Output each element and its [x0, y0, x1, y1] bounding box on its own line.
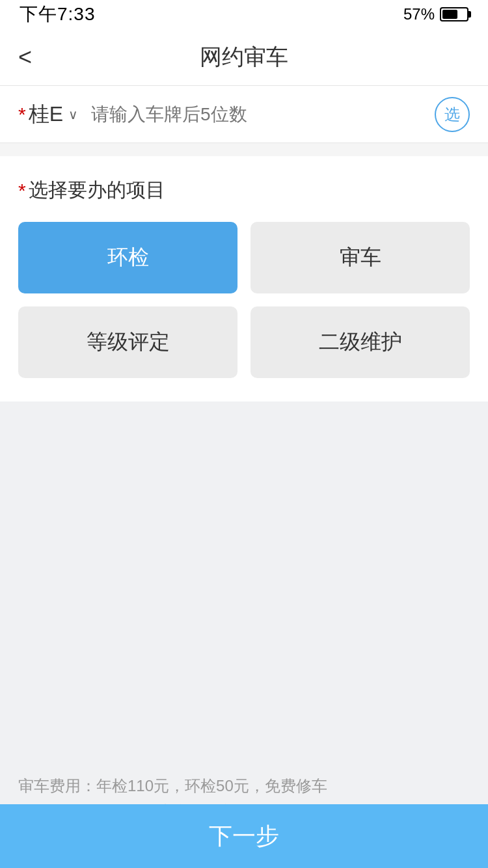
plate-number-input[interactable] [91, 104, 435, 125]
project-required-star: * [18, 180, 26, 202]
battery-icon [440, 7, 468, 21]
project-section: * 选择要办的项目 环检 审车 等级评定 二级维护 [0, 156, 488, 401]
status-right: 57% [403, 5, 468, 23]
section-title-text: 选择要办的项目 [29, 177, 165, 204]
plate-required-star: * [18, 103, 26, 126]
status-time: 下午7:33 [20, 2, 96, 27]
select-label: 选 [444, 104, 460, 125]
battery-text: 57% [403, 5, 435, 23]
next-step-label: 下一步 [209, 821, 279, 852]
gray-area [0, 401, 488, 760]
project-grid: 环检 审车 等级评定 二级维护 [18, 222, 470, 378]
plate-section: * 桂E ∨ 选 [0, 86, 488, 143]
project-btn-erjiweihu[interactable]: 二级维护 [251, 306, 470, 378]
plate-prefix: * 桂E ∨ [18, 100, 78, 129]
main-content: * 桂E ∨ 选 * 选择要办的项目 环检 审车 等级评定 二级维护 [0, 86, 488, 868]
next-step-button[interactable]: 下一步 [0, 804, 488, 868]
plate-dropdown-icon[interactable]: ∨ [68, 107, 78, 122]
page-title: 网约审车 [200, 42, 288, 72]
nav-bar: < 网约审车 [0, 29, 488, 86]
select-vehicle-button[interactable]: 选 [435, 97, 470, 132]
project-btn-shenjian[interactable]: 审车 [251, 222, 470, 293]
status-bar: 下午7:33 57% [0, 0, 488, 29]
project-btn-huanjian[interactable]: 环检 [18, 222, 237, 293]
plate-code: 桂E [29, 100, 63, 129]
footer-line1: 审车费用：年检110元，环检50元，免费修车 [18, 773, 470, 800]
project-btn-dengjipingding[interactable]: 等级评定 [18, 306, 237, 378]
section-title: * 选择要办的项目 [18, 177, 470, 204]
battery-fill [442, 10, 457, 19]
back-button[interactable]: < [18, 46, 32, 69]
